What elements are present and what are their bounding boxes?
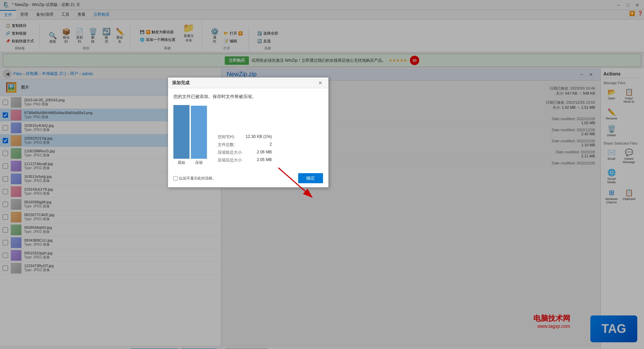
original-bar-label: 原始 xyxy=(173,160,190,165)
bar-compressed xyxy=(191,106,207,159)
dont-show-checkbox[interactable] xyxy=(173,176,178,181)
modal-title-text: 添加完成 xyxy=(172,80,190,86)
modal-body: 您的文件已被添加。保存时文件将被压缩。 原始 压缩 空间节约: 12.30 KB… xyxy=(168,88,328,170)
stat-space-saved: 空间节约: 12.30 KB (1%) xyxy=(218,134,272,140)
ok-button[interactable]: 确定 xyxy=(298,173,323,183)
modal-stats: 空间节约: 12.30 KB (1%) 文件总数: 2 压缩前总大小 2.06 … xyxy=(218,134,272,165)
modal-description: 您的文件已被添加。保存时文件将被压缩。 xyxy=(173,94,323,100)
modal-close-button[interactable]: ✕ xyxy=(316,79,324,87)
modal-title-bar: 添加完成 ✕ xyxy=(168,78,328,88)
dont-show-checkbox-label[interactable]: 以后不显示此对话框。 xyxy=(173,176,216,181)
compressed-bar-label: 压缩 xyxy=(191,160,207,165)
add-complete-dialog: 添加完成 ✕ 您的文件已被添加。保存时文件将被压缩。 原始 压缩 空间节约: 1… xyxy=(168,77,329,188)
modal-chart: 原始 压缩 xyxy=(173,105,207,165)
bar-original xyxy=(173,105,190,159)
modal-chart-area: 原始 压缩 空间节约: 12.30 KB (1%) 文件总数: 2 压缩前总大小… xyxy=(173,105,323,165)
stat-total-files: 文件总数: 2 xyxy=(218,142,272,148)
modal-footer: 以后不显示此对话框。 确定 xyxy=(168,170,328,187)
bar-chart xyxy=(173,105,207,159)
stat-compressed-size: 压缩后总大小 2.05 MB xyxy=(218,157,272,163)
bar-labels: 原始 压缩 xyxy=(173,160,207,165)
stat-original-size: 压缩前总大小 2.06 MB xyxy=(218,150,272,155)
